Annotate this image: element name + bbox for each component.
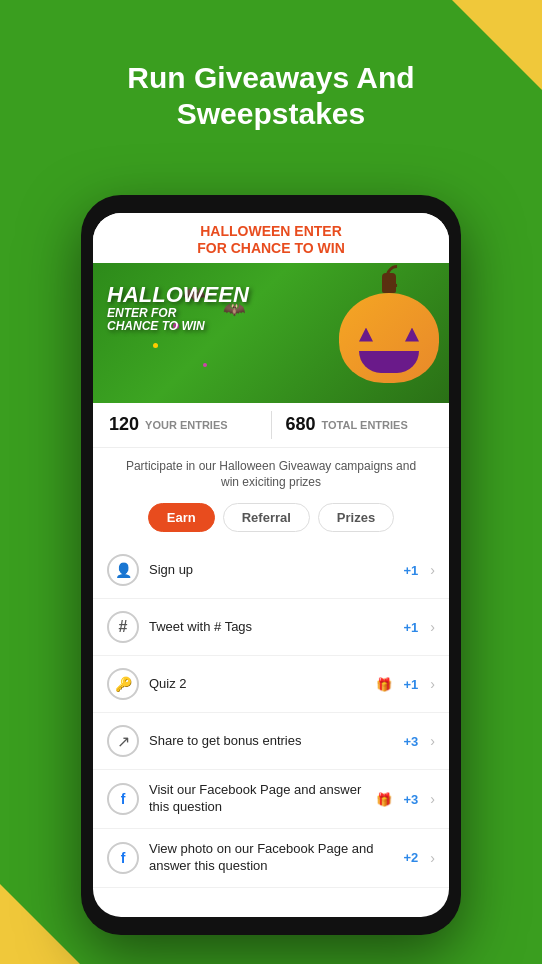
- campaign-description: Participate in our Halloween Giveaway ca…: [93, 448, 449, 498]
- share-chevron: ›: [430, 733, 435, 749]
- tweet-points: +1: [404, 620, 419, 635]
- quiz-points: +1: [404, 677, 419, 692]
- quiz-icon: 🔑: [107, 668, 139, 700]
- facebook-visit-chevron: ›: [430, 791, 435, 807]
- pumpkin-eye-left: [359, 328, 373, 342]
- action-item-tweet[interactable]: # Tweet with # Tags +1 ›: [93, 599, 449, 656]
- signup-text: Sign up: [149, 562, 394, 579]
- dot-decoration-2: [153, 343, 158, 348]
- your-entries-label: YOUR ENTRIES: [145, 419, 256, 431]
- facebook-photo-text: View photo on our Facebook Page and answ…: [149, 841, 394, 875]
- tab-prizes[interactable]: Prizes: [318, 503, 394, 532]
- facebook-photo-icon: f: [107, 842, 139, 874]
- tweet-chevron: ›: [430, 619, 435, 635]
- action-item-facebook-photo[interactable]: f View photo on our Facebook Page and an…: [93, 829, 449, 888]
- page-title: Run Giveaways And Sweepstakes: [0, 60, 542, 132]
- campaign-title: HALLOWEEN ENTER FOR CHANCE TO WIN: [109, 223, 433, 257]
- campaign-banner: 🦇 🦇 HALLOWEEN ENTER FOR CHANCE TO WIN: [93, 263, 449, 403]
- facebook-visit-icon: f: [107, 783, 139, 815]
- campaign-header: HALLOWEEN ENTER FOR CHANCE TO WIN: [93, 213, 449, 263]
- action-list: 👤 Sign up +1 › # Tweet with # Tags +1 › …: [93, 542, 449, 917]
- signup-icon: 👤: [107, 554, 139, 586]
- quiz-text: Quiz 2: [149, 676, 366, 693]
- share-points: +3: [404, 734, 419, 749]
- action-item-signup[interactable]: 👤 Sign up +1 ›: [93, 542, 449, 599]
- facebook-visit-points: +3: [404, 792, 419, 807]
- pumpkin-eye-right: [405, 328, 419, 342]
- facebook-photo-chevron: ›: [430, 850, 435, 866]
- tab-earn[interactable]: Earn: [148, 503, 215, 532]
- tweet-icon: #: [107, 611, 139, 643]
- phone-screen: HALLOWEEN ENTER FOR CHANCE TO WIN 🦇 🦇 HA…: [93, 213, 449, 917]
- pumpkin-stem: [382, 273, 396, 293]
- facebook-visit-text: Visit our Facebook Page and answer this …: [149, 782, 366, 816]
- bg-decoration-bottom-left: [0, 884, 80, 964]
- tab-referral[interactable]: Referral: [223, 503, 310, 532]
- facebook-visit-gift-icon: 🎁: [376, 792, 392, 807]
- tweet-text: Tweet with # Tags: [149, 619, 394, 636]
- pumpkin-mouth: [359, 351, 419, 373]
- share-icon: ↗: [107, 725, 139, 757]
- quiz-gift-icon: 🎁: [376, 677, 392, 692]
- dot-decoration-3: [203, 363, 207, 367]
- pumpkin-decoration: [339, 273, 439, 383]
- entries-bar: 120 YOUR ENTRIES 680 TOTAL ENTRIES: [93, 403, 449, 448]
- tabs-container: Earn Referral Prizes: [93, 497, 449, 542]
- share-text: Share to get bonus entries: [149, 733, 394, 750]
- your-entries-count: 120: [109, 414, 139, 435]
- pumpkin-body: [339, 293, 439, 383]
- total-entries-label: TOTAL ENTRIES: [322, 419, 433, 431]
- action-item-facebook-visit[interactable]: f Visit our Facebook Page and answer thi…: [93, 770, 449, 829]
- quiz-chevron: ›: [430, 676, 435, 692]
- action-item-share[interactable]: ↗ Share to get bonus entries +3 ›: [93, 713, 449, 770]
- entries-divider: [271, 411, 272, 439]
- banner-text: HALLOWEEN ENTER FOR CHANCE TO WIN: [107, 283, 249, 334]
- total-entries-count: 680: [286, 414, 316, 435]
- phone-mockup: HALLOWEEN ENTER FOR CHANCE TO WIN 🦇 🦇 HA…: [81, 195, 461, 935]
- action-item-quiz[interactable]: 🔑 Quiz 2 🎁 +1 ›: [93, 656, 449, 713]
- signup-points: +1: [404, 563, 419, 578]
- pumpkin-face: [354, 318, 424, 378]
- facebook-photo-points: +2: [404, 850, 419, 865]
- signup-chevron: ›: [430, 562, 435, 578]
